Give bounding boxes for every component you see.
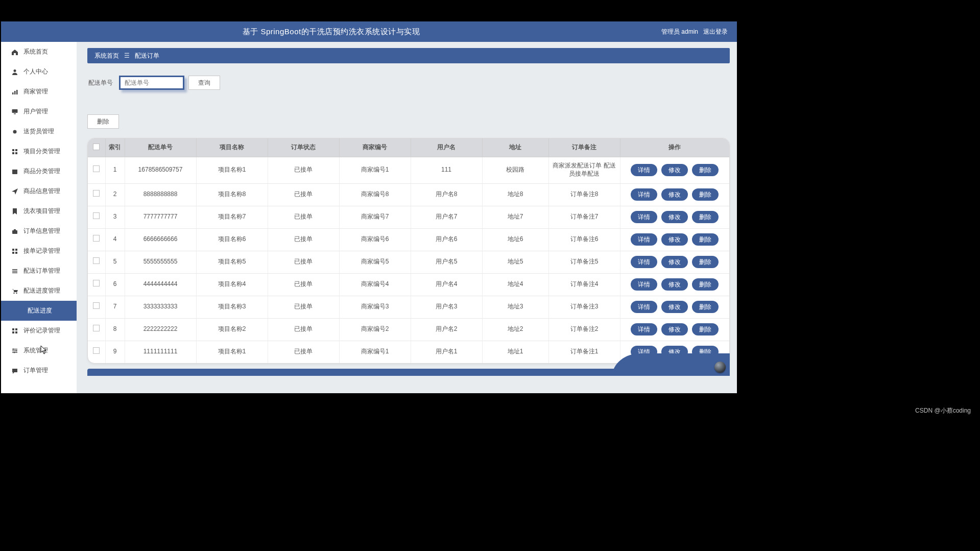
edit-button[interactable]: 修改 — [661, 164, 688, 176]
cell-merchant: 商家编号8 — [339, 183, 411, 206]
sidebar-item-14[interactable]: 评价记录管理 — [1, 321, 77, 341]
col-status: 订单状态 — [268, 138, 339, 157]
detail-button[interactable]: 详情 — [631, 233, 657, 246]
edit-button[interactable]: 修改 — [661, 233, 688, 246]
edit-button[interactable]: 修改 — [661, 256, 688, 268]
row-checkbox[interactable] — [93, 212, 100, 219]
cell-project: 项目名称5 — [196, 251, 268, 273]
sidebar-item-13[interactable]: 配送进度 — [1, 301, 77, 321]
detail-button[interactable]: 详情 — [631, 278, 657, 291]
cell-status: 已接单 — [268, 251, 339, 273]
cell-project: 项目名称1 — [196, 157, 268, 183]
cell-user: 用户名6 — [411, 228, 482, 251]
delete-button[interactable]: 删除 — [692, 323, 719, 336]
sidebar-item-8[interactable]: 洗衣项目管理 — [1, 201, 77, 221]
sidebar-item-11[interactable]: 配送订单管理 — [1, 261, 77, 281]
delete-button[interactable]: 删除 — [692, 301, 719, 313]
edit-button[interactable]: 修改 — [661, 211, 688, 223]
svg-rect-17 — [12, 252, 14, 254]
sidebar-item-15[interactable]: 系统管理 — [1, 341, 77, 361]
cell-index: 7 — [105, 296, 125, 318]
sidebar-item-label: 接单记录管理 — [23, 247, 60, 255]
delete-button[interactable]: 删除 — [692, 278, 719, 291]
svg-point-23 — [16, 292, 17, 293]
app-window: 基于 SpringBoot的干洗店预约洗衣系统设计与实现 管理员 admin 退… — [1, 21, 737, 393]
sidebar-item-label: 项目分类管理 — [23, 147, 60, 156]
svg-rect-24 — [12, 328, 14, 330]
delete-button[interactable]: 删除 — [692, 188, 719, 201]
sidebar-item-9[interactable]: 订单信息管理 — [1, 221, 77, 241]
row-checkbox[interactable] — [93, 347, 100, 354]
row-checkbox[interactable] — [93, 190, 100, 197]
sidebar-item-label: 订单信息管理 — [23, 227, 60, 235]
delete-button[interactable]: 删除 — [692, 211, 719, 223]
batch-delete-button[interactable]: 删除 — [87, 114, 119, 129]
sidebar-item-4[interactable]: 送货员管理 — [1, 122, 77, 141]
row-checkbox[interactable] — [93, 257, 100, 264]
edit-button[interactable]: 修改 — [661, 278, 688, 291]
edit-button[interactable]: 修改 — [661, 323, 688, 336]
sidebar-item-5[interactable]: 项目分类管理 — [1, 141, 77, 161]
delete-button[interactable]: 删除 — [692, 233, 719, 246]
cell-addr: 地址4 — [482, 273, 548, 296]
row-checkbox[interactable] — [93, 302, 100, 309]
svg-rect-2 — [14, 91, 16, 94]
admin-label[interactable]: 管理员 admin — [661, 28, 698, 36]
col-user: 用户名 — [411, 138, 482, 157]
sidebar-item-0[interactable]: 系统首页 — [1, 42, 77, 62]
sidebar-item-1[interactable]: 个人中心 — [1, 62, 77, 82]
delete-button[interactable]: 删除 — [692, 256, 719, 268]
sidebar-item-6[interactable]: 商品分类管理 — [1, 161, 77, 181]
sidebar-item-7[interactable]: 商品信息管理 — [1, 181, 77, 201]
detail-button[interactable]: 详情 — [631, 256, 657, 268]
row-checkbox[interactable] — [93, 280, 100, 286]
cell-remark: 商家派发配送订单 配送员接单配送 — [548, 157, 620, 183]
row-checkbox[interactable] — [93, 235, 100, 242]
sidebar: 系统首页个人中心商家管理用户管理送货员管理项目分类管理商品分类管理商品信息管理洗… — [1, 42, 77, 393]
sidebar-item-10[interactable]: 接单记录管理 — [1, 241, 77, 261]
cell-remark: 订单备注5 — [548, 251, 620, 273]
delete-button[interactable]: 删除 — [692, 164, 719, 176]
svg-rect-9 — [12, 152, 14, 154]
cell-index: 1 — [105, 157, 125, 183]
svg-rect-20 — [12, 271, 17, 272]
logout-link[interactable]: 退出登录 — [703, 28, 728, 36]
cell-order-no: 7777777777 — [125, 206, 196, 228]
briefcase-icon — [11, 228, 18, 235]
sidebar-item-2[interactable]: 商家管理 — [1, 82, 77, 102]
sidebar-item-12[interactable]: 配送进度管理 — [1, 281, 77, 301]
sidebar-item-3[interactable]: 用户管理 — [1, 102, 77, 122]
edit-button[interactable]: 修改 — [661, 188, 688, 201]
cell-addr: 地址3 — [482, 296, 548, 318]
cell-user: 用户名1 — [411, 341, 482, 363]
order-no-input[interactable] — [119, 76, 184, 90]
detail-button[interactable]: 详情 — [631, 323, 657, 336]
breadcrumb-root[interactable]: 系统首页 — [94, 52, 119, 60]
bookmark-icon — [11, 208, 18, 215]
table-row: 28888888888项目名称8已接单商家编号8用户名8地址8订单备注8详情修改… — [88, 183, 729, 206]
select-all-checkbox[interactable] — [93, 143, 100, 150]
sidebar-item-label: 配送进度管理 — [23, 286, 60, 295]
detail-button[interactable]: 详情 — [631, 188, 657, 201]
header-right: 管理员 admin 退出登录 — [661, 28, 737, 36]
svg-rect-18 — [15, 252, 17, 254]
grid-icon — [11, 248, 18, 255]
chart-icon — [11, 88, 18, 95]
breadcrumb-sep-icon: ☰ — [124, 52, 130, 59]
detail-button[interactable]: 详情 — [631, 164, 657, 176]
detail-button[interactable]: 详情 — [631, 211, 657, 223]
cell-project: 项目名称7 — [196, 206, 268, 228]
cell-checkbox — [88, 206, 105, 228]
cell-status: 已接单 — [268, 296, 339, 318]
cell-ops: 详情修改删除 — [620, 251, 729, 273]
cell-merchant: 商家编号6 — [339, 228, 411, 251]
table-row: 82222222222项目名称2已接单商家编号2用户名2地址2订单备注2详情修改… — [88, 318, 729, 341]
edit-button[interactable]: 修改 — [661, 301, 688, 313]
svg-rect-4 — [12, 109, 18, 113]
dot-icon — [11, 128, 18, 135]
detail-button[interactable]: 详情 — [631, 301, 657, 313]
sidebar-item-16[interactable]: 订单管理 — [1, 361, 77, 380]
row-checkbox[interactable] — [93, 165, 100, 172]
query-button[interactable]: 查询 — [188, 76, 220, 90]
row-checkbox[interactable] — [93, 325, 100, 331]
